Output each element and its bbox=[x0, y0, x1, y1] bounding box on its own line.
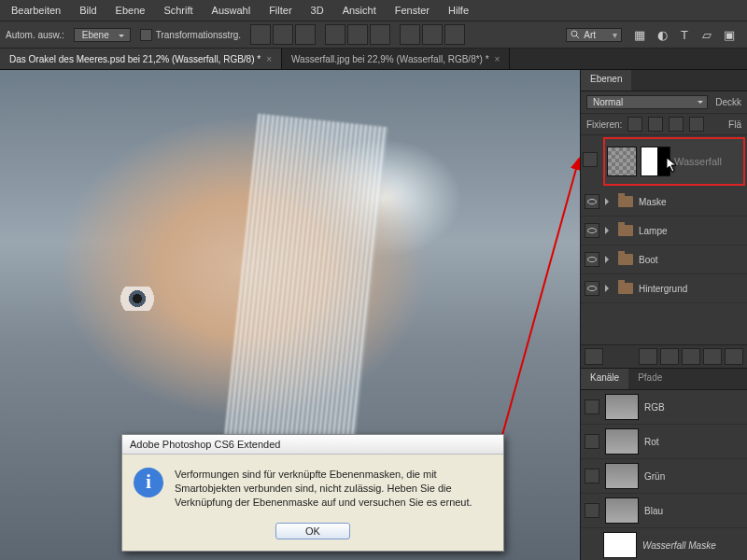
expand-arrow-icon[interactable] bbox=[605, 198, 613, 205]
close-icon[interactable]: × bbox=[495, 54, 500, 64]
channels-panel: Kanäle Pfade RGB Rot Grün Blau bbox=[581, 368, 747, 560]
layer-group-lampe[interactable]: Lampe bbox=[581, 217, 747, 245]
ok-button[interactable]: OK bbox=[275, 523, 350, 539]
align-top-icon[interactable] bbox=[250, 24, 271, 45]
channel-thumbnail bbox=[605, 497, 639, 524]
layer-filter-search[interactable]: Art ▾ bbox=[566, 28, 622, 42]
menu-filter[interactable]: Filter bbox=[261, 3, 299, 18]
options-bar: Autom. ausw.: Ebene Transformationsstrg.… bbox=[0, 21, 747, 49]
image-filter-icon[interactable]: ▦ bbox=[631, 26, 648, 43]
lock-label: Fixieren: bbox=[586, 119, 622, 130]
menu-select[interactable]: Auswahl bbox=[204, 3, 259, 18]
layer-group-label: Boot bbox=[639, 255, 658, 265]
layers-list: Wasserfall Maske Lampe Boot bbox=[581, 135, 747, 303]
channel-thumbnail bbox=[605, 394, 639, 420]
menu-type[interactable]: Schrift bbox=[156, 3, 200, 18]
menu-layer[interactable]: Ebene bbox=[108, 3, 153, 18]
visibility-toggle[interactable] bbox=[585, 399, 599, 414]
distribute-1-icon[interactable] bbox=[400, 24, 420, 45]
alert-dialog: Adobe Photoshop CS6 Extended Verformunge… bbox=[121, 434, 504, 552]
visibility-toggle[interactable] bbox=[585, 469, 599, 483]
document-tab-1[interactable]: Das Orakel des Meeres.psd bei 21,2% (Was… bbox=[0, 49, 282, 69]
channel-rgb[interactable]: RGB bbox=[581, 390, 747, 425]
layer-thumbnail[interactable] bbox=[607, 147, 637, 176]
menu-help[interactable]: Hilfe bbox=[441, 3, 476, 18]
visibility-toggle[interactable] bbox=[585, 223, 599, 238]
layer-mask-icon[interactable] bbox=[660, 348, 679, 365]
close-icon[interactable]: × bbox=[266, 54, 272, 64]
channel-red[interactable]: Rot bbox=[581, 425, 747, 459]
layers-panel-footer bbox=[581, 344, 747, 368]
expand-arrow-icon[interactable] bbox=[605, 285, 613, 292]
folder-icon bbox=[618, 196, 633, 207]
layer-name: Wasserfall bbox=[674, 156, 722, 167]
expand-arrow-icon[interactable] bbox=[605, 256, 613, 263]
document-tab-2[interactable]: Wasserfall.jpg bei 22,9% (Wasserfall, RG… bbox=[282, 49, 510, 69]
transform-controls-label: Transformationsstrg. bbox=[156, 30, 241, 40]
info-icon bbox=[134, 468, 163, 497]
tab-layers[interactable]: Ebenen bbox=[581, 70, 631, 91]
lock-all-icon[interactable] bbox=[689, 117, 704, 132]
menu-image[interactable]: Bild bbox=[72, 3, 104, 18]
type-filter-icon[interactable]: T bbox=[676, 26, 693, 43]
layer-group-maske[interactable]: Maske bbox=[581, 188, 747, 217]
align-group-1 bbox=[250, 24, 316, 45]
align-hcenter-icon[interactable] bbox=[347, 24, 368, 45]
dialog-message: Verformungen sind für verknüpfte Ebenenm… bbox=[175, 468, 492, 510]
adjust-filter-icon[interactable]: ◐ bbox=[654, 26, 670, 43]
align-vcenter-icon[interactable] bbox=[273, 24, 293, 45]
visibility-toggle[interactable] bbox=[585, 252, 599, 267]
tab-paths[interactable]: Pfade bbox=[628, 369, 671, 389]
fill-label: Flä bbox=[728, 119, 741, 130]
channel-blue[interactable]: Blau bbox=[581, 494, 747, 528]
delete-layer-icon[interactable] bbox=[725, 348, 743, 365]
layer-wasserfall[interactable]: Wasserfall bbox=[603, 137, 745, 186]
new-layer-icon[interactable] bbox=[703, 348, 722, 365]
distribute-3-icon[interactable] bbox=[444, 24, 465, 45]
dialog-title: Adobe Photoshop CS6 Extended bbox=[122, 435, 503, 455]
menu-edit[interactable]: Bearbeiten bbox=[4, 3, 68, 18]
shape-filter-icon[interactable]: ▱ bbox=[698, 26, 715, 43]
new-group-icon[interactable] bbox=[682, 348, 700, 365]
search-icon bbox=[571, 30, 580, 39]
document-tab-1-label: Das Orakel des Meeres.psd bei 21,2% (Was… bbox=[9, 54, 261, 64]
channel-green[interactable]: Grün bbox=[581, 459, 747, 494]
autoselect-label: Autom. ausw.: bbox=[6, 30, 64, 40]
menu-view[interactable]: Ansicht bbox=[335, 3, 384, 18]
channel-wasserfall-maske[interactable]: Wasserfall Maske bbox=[581, 528, 747, 560]
layer-group-label: Maske bbox=[639, 197, 666, 207]
lock-transparency-icon[interactable] bbox=[627, 117, 642, 132]
align-right-icon[interactable] bbox=[370, 24, 390, 45]
expand-arrow-icon[interactable] bbox=[605, 227, 613, 234]
distribute-group bbox=[400, 24, 465, 45]
image-waterfall bbox=[223, 113, 389, 469]
blend-mode-dropdown[interactable]: Normal bbox=[586, 95, 708, 109]
folder-icon bbox=[618, 283, 633, 294]
tab-channels[interactable]: Kanäle bbox=[581, 369, 628, 389]
lock-position-icon[interactable] bbox=[669, 117, 684, 132]
visibility-toggle[interactable] bbox=[585, 503, 599, 518]
autoselect-dropdown[interactable]: Ebene bbox=[74, 28, 131, 42]
distribute-2-icon[interactable] bbox=[422, 24, 443, 45]
menu-3d[interactable]: 3D bbox=[303, 3, 331, 18]
layer-group-hintergrund[interactable]: Hintergrund bbox=[581, 274, 747, 303]
visibility-toggle[interactable] bbox=[583, 152, 598, 167]
layer-group-boot[interactable]: Boot bbox=[581, 245, 747, 274]
layer-style-icon[interactable] bbox=[639, 348, 657, 365]
lock-pixels-icon[interactable] bbox=[648, 117, 663, 132]
align-left-icon[interactable] bbox=[325, 24, 345, 45]
document-tab-2-label: Wasserfall.jpg bei 22,9% (Wasserfall, RG… bbox=[291, 54, 489, 64]
link-layers-icon[interactable] bbox=[585, 348, 603, 365]
visibility-toggle[interactable] bbox=[585, 434, 599, 449]
visibility-toggle[interactable] bbox=[585, 281, 599, 296]
menu-window[interactable]: Fenster bbox=[388, 3, 437, 18]
layer-mask-thumbnail[interactable] bbox=[641, 147, 670, 176]
chevron-down-icon: ▾ bbox=[613, 30, 617, 40]
channel-thumbnail bbox=[605, 463, 639, 489]
canvas[interactable]: Adobe Photoshop CS6 Extended Verformunge… bbox=[0, 70, 580, 560]
transform-controls-checkbox[interactable]: Transformationsstrg. bbox=[140, 29, 241, 41]
visibility-toggle[interactable] bbox=[585, 194, 599, 209]
folder-icon bbox=[618, 254, 633, 265]
align-bottom-icon[interactable] bbox=[295, 24, 316, 45]
smart-filter-icon[interactable]: ▣ bbox=[721, 26, 738, 43]
